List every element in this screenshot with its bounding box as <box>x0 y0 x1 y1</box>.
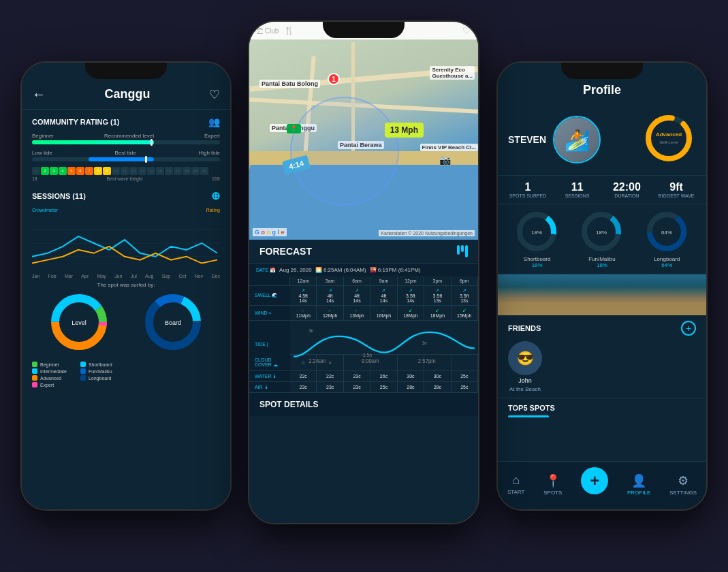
time-12pm: 12pm <box>398 276 424 285</box>
nav-spots[interactable]: 📍 SPOTS <box>543 473 562 496</box>
air-label: AIR 🌡 <box>249 382 290 392</box>
forecast-sunset: 🌇 6:19PM (6:41PM) <box>370 267 421 273</box>
board-legend: Shortboard Fun/Malibu Longboard <box>80 362 112 389</box>
stat-spots-surfed: 1 SPOTS SURFED <box>505 181 551 198</box>
skill-bar-track <box>32 140 220 144</box>
time-3am: 3am <box>317 276 343 285</box>
chart-month-labels: Jan Feb Mar Apr May Jun Jul Aug Sep Oct … <box>32 274 220 279</box>
longboard-donut-svg: 64% <box>645 210 689 254</box>
community-rating-title: COMMUNITY RATING (1) 👥 <box>32 116 220 127</box>
level-legend: Beginner Intermediate Advanced Expe <box>32 362 67 389</box>
map-green-pin: 📍 <box>287 124 301 133</box>
tide-bar-labels: Low tide Best tide High tide <box>32 150 220 156</box>
nav-spots-label: SPOTS <box>543 490 562 496</box>
left-phone: ← Canggu ♡ COMMUNITY RATING (1) 👥 Beginn… <box>20 61 232 511</box>
forecast-section: FORECAST DATE 📅 Aug 26, 2020 🌅 6:25AM (6… <box>249 240 478 523</box>
friends-title: FRIENDS <box>508 324 541 332</box>
forecast-sunrise: 🌅 6:25AM (6:04AM) <box>315 267 366 273</box>
svg-point-21 <box>648 118 689 159</box>
nav-profile-label: PROFILE <box>627 490 650 496</box>
air-row: AIR 🌡 23c 23c 23c 25c 28c 28c 25c <box>249 382 478 393</box>
time-6pm: 6pm <box>452 276 478 285</box>
left-screen: ← Canggu ♡ COMMUNITY RATING (1) 👥 Beginn… <box>22 63 230 509</box>
nav-add[interactable]: + <box>581 467 608 501</box>
forecast-date-label: DATE 📅 <box>256 268 276 273</box>
stat-duration: 22:00 DURATION <box>604 181 650 198</box>
tide-bar-track <box>32 157 220 161</box>
forecast-title: FORECAST <box>259 246 312 257</box>
settings-icon: ⚙ <box>678 473 689 488</box>
shortboard-donut: 18% Shortboard 18% <box>515 210 559 268</box>
home-icon: ⌂ <box>512 473 520 488</box>
time-12am: 12am <box>290 276 317 285</box>
funmalibu-label: Fun/Malibu <box>588 256 616 262</box>
map-poi-icons: ⛱ Club 🍴 <box>256 26 294 35</box>
forecast-date-row: DATE 📅 Aug 26, 2020 🌅 6:25AM (6:04AM) 🌇 … <box>249 264 478 276</box>
map-label-finns: Finns VIP Beach Cl... <box>420 144 478 151</box>
skill-donut-svg: Advanced Skill-Level <box>642 111 696 165</box>
svg-text:2:57pm: 2:57pm <box>418 358 436 364</box>
top5-title: TOP5 SPOTS <box>508 404 696 412</box>
legend-expert: Expert <box>32 382 67 387</box>
map-spot-circle <box>290 97 399 206</box>
add-friend-button[interactable]: + <box>681 321 696 336</box>
water-row: WATER 🌡 22c 22c 23c 26c 30c 30c 25c <box>249 371 478 382</box>
forecast-bars-icon[interactable] <box>457 245 468 257</box>
add-session-button[interactable]: ⊕ <box>211 189 220 202</box>
skill-bar-fill <box>32 140 154 144</box>
friends-section: FRIENDS + 😎 John At the Beach <box>498 315 706 398</box>
svg-text:3n: 3n <box>308 328 314 333</box>
map-red-pin: 1 <box>328 73 340 85</box>
legend-shortboard: Shortboard <box>80 362 112 367</box>
swell-label: SWELL 🌊 <box>249 286 290 305</box>
nav-settings[interactable]: ⚙ SETTINGS <box>669 473 697 496</box>
top5-indicator <box>508 415 549 417</box>
center-phone: ⛱ Club 🍴 Canggu ♡ Pantai Batu Bolong Pan… <box>248 20 479 524</box>
community-rating-icon: 👥 <box>208 116 220 127</box>
map-label-serenity: Serenity EcoGuesthouse a... <box>430 66 475 80</box>
legend-funmalibu: Fun/Malibu <box>80 368 112 374</box>
svg-text:Level: Level <box>72 319 86 326</box>
legends: Beginner Intermediate Advanced Expe <box>32 356 220 389</box>
shortboard-label: Shortboard <box>524 256 551 262</box>
friend-john-avatar: 😎 <box>508 341 542 375</box>
nav-profile[interactable]: 👤 PROFILE <box>627 473 650 496</box>
nav-plus-button[interactable]: + <box>581 467 608 494</box>
board-donuts: 18% Shortboard 18% 18% Fun/Malibu 18% <box>498 204 706 274</box>
map-camera-icon: 📷 <box>439 155 451 165</box>
map-speed-tag: 13 Mph <box>385 123 424 138</box>
legend-advanced: Advanced <box>32 375 67 381</box>
profile-icon: 👤 <box>631 473 646 488</box>
sessions-title: SESSIONS (11) ⊕ <box>32 189 220 202</box>
nav-start[interactable]: ⌂ START <box>507 473 524 495</box>
svg-text:18%: 18% <box>531 229 542 236</box>
time-6am: 6am <box>344 276 370 285</box>
map-heart-button[interactable]: ♡ <box>462 25 471 36</box>
level-pie: Level <box>48 291 110 353</box>
swell-row: SWELL 🌊 ↗4.5ft14s ↗4ft14s ↗4ft14s ↗4ft14… <box>249 286 478 306</box>
tide-bar-marker <box>145 156 147 163</box>
wind-label: WIND ≈ <box>249 306 290 320</box>
spot-details-bar[interactable]: SPOT DETAILS <box>249 393 478 416</box>
spot-surfed-label: The spot was surfed by: <box>32 282 220 288</box>
user-avatar: 🏄 <box>553 116 601 163</box>
forecast-times-row: 12am 3am 6am 9am 12pm 3pm 6pm <box>249 276 478 286</box>
page-title: Canggu <box>105 87 151 101</box>
forecast-header: FORECAST <box>249 240 478 264</box>
board-pie: Board <box>142 291 204 353</box>
map-area[interactable]: ⛱ Club 🍴 Canggu ♡ Pantai Batu Bolong Pan… <box>249 22 478 240</box>
wave-height-section: 1 2 3 4 5 6 7 8 9 10 11 12 13 <box>32 167 220 175</box>
legend-beginner: Beginner <box>32 362 67 367</box>
favorite-button[interactable]: ♡ <box>209 87 220 102</box>
top5-section: TOP5 SPOTS <box>498 398 706 423</box>
tide-bar-fill <box>89 157 155 161</box>
back-button[interactable]: ← <box>32 86 46 102</box>
friends-list: 😎 John At the Beach <box>508 341 696 392</box>
map-container: ⛱ Club 🍴 Canggu ♡ Pantai Batu Bolong Pan… <box>249 22 478 240</box>
skill-bar-labels: Beginner Recommended level Expert <box>32 133 220 139</box>
right-phone-notch <box>561 63 643 79</box>
tide-chart: 2:24am 3n 9:00am -2.5n 2:57pm 1n <box>290 321 478 368</box>
google-attribution: G o o g l e <box>253 228 287 236</box>
friend-john[interactable]: 😎 John At the Beach <box>508 341 542 392</box>
svg-text:18%: 18% <box>596 229 607 236</box>
